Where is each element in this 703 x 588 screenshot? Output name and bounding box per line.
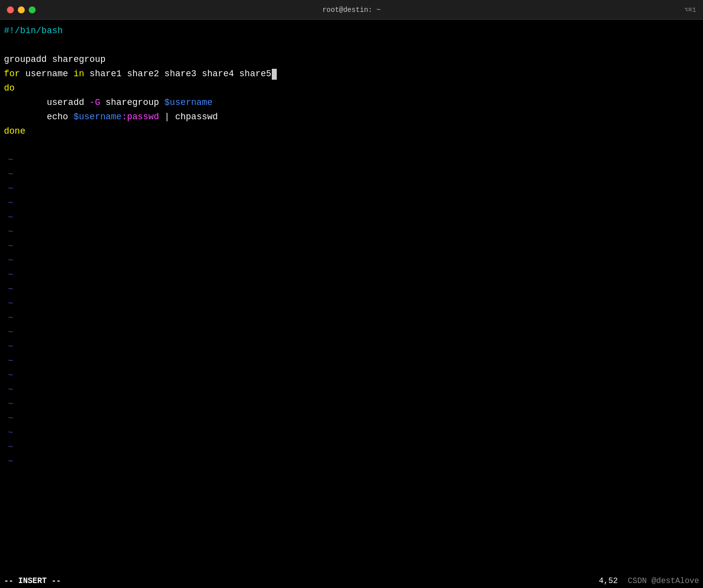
- tilde-line-11: ~: [4, 296, 703, 311]
- tilde-line-13: ~: [4, 325, 703, 340]
- code-line-6: useradd -G sharegroup $username: [4, 96, 703, 110]
- tilde-line-4: ~: [4, 196, 703, 210]
- tilde-line-15: ~: [4, 354, 703, 368]
- status-bar: -- INSERT -- 4,52 CSDN @destAlove: [0, 574, 703, 588]
- tilde-line-8: ~: [4, 253, 703, 268]
- tilde-line-6: ~: [4, 225, 703, 239]
- code-line-5: do: [4, 81, 703, 96]
- cursor: [272, 69, 277, 80]
- tilde-line-5: ~: [4, 210, 703, 225]
- tilde-line-2: ~: [4, 167, 703, 182]
- tilde-line-12: ~: [4, 311, 703, 325]
- tilde-line-14: ~: [4, 340, 703, 354]
- tilde-line-19: ~: [4, 411, 703, 426]
- tilde-line-3: ~: [4, 182, 703, 196]
- status-info: CSDN @destAlove: [628, 577, 699, 586]
- tilde-line-18: ~: [4, 397, 703, 411]
- window-controls: [7, 6, 36, 13]
- maximize-button[interactable]: [29, 6, 36, 13]
- code-line-4: for username in share1 share2 share3 sha…: [4, 67, 703, 81]
- tilde-line-17: ~: [4, 383, 703, 397]
- tilde-line-16: ~: [4, 368, 703, 383]
- minimize-button[interactable]: [18, 6, 25, 13]
- shebang-line: #!/bin/bash: [4, 24, 63, 38]
- code-line-2: [4, 38, 703, 52]
- tilde-line-1: ~: [4, 153, 703, 167]
- tilde-line-21: ~: [4, 440, 703, 454]
- tilde-line-7: ~: [4, 239, 703, 253]
- code-line-3: groupadd sharegroup: [4, 52, 703, 67]
- keyboard-shortcut: ⌥⌘1: [685, 6, 696, 14]
- code-line-8: done: [4, 124, 703, 139]
- code-line-9: [4, 139, 703, 153]
- code-line-1: #!/bin/bash: [4, 24, 703, 38]
- vim-mode: -- INSERT --: [4, 577, 61, 586]
- tilde-line-20: ~: [4, 426, 703, 440]
- status-right: 4,52 CSDN @destAlove: [599, 577, 699, 586]
- tilde-line-22: ~: [4, 454, 703, 469]
- editor-area[interactable]: #!/bin/bash groupadd sharegroup for user…: [0, 20, 703, 574]
- username-var: username: [25, 67, 68, 81]
- code-line-7: echo $username :passwd | chpasswd: [4, 110, 703, 124]
- window-title: root@destin: ~: [322, 6, 381, 14]
- code-content: #!/bin/bash groupadd sharegroup for user…: [0, 24, 703, 469]
- tilde-line-9: ~: [4, 268, 703, 282]
- close-button[interactable]: [7, 6, 14, 13]
- tilde-line-10: ~: [4, 282, 703, 296]
- cursor-position: 4,52: [599, 577, 618, 586]
- title-bar: root@destin: ~ ⌥⌘1: [0, 0, 703, 20]
